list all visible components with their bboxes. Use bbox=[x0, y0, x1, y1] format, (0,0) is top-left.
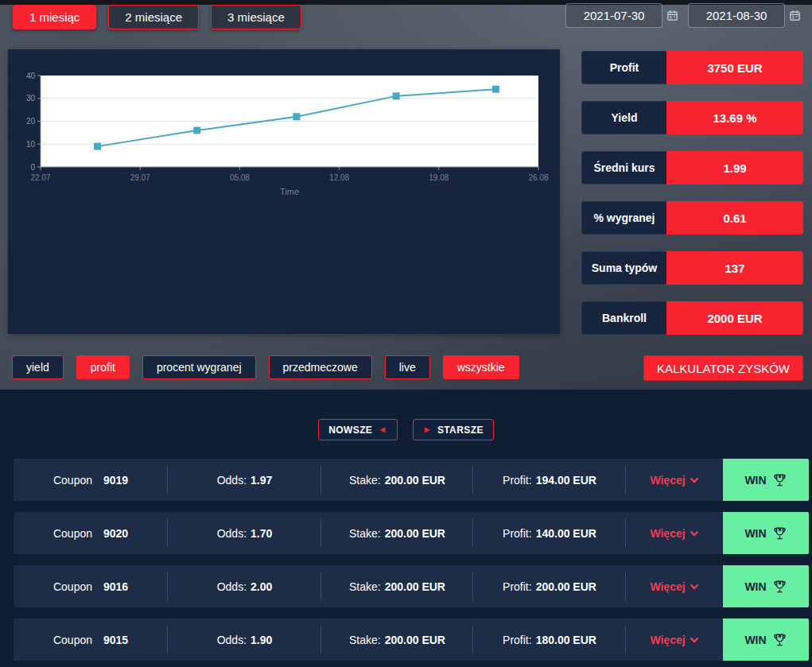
svg-text:30: 30 bbox=[26, 94, 36, 103]
result-badge: WIN bbox=[723, 459, 809, 501]
stake-label: Stake: bbox=[349, 527, 381, 540]
stat-label: Profit bbox=[581, 51, 666, 84]
stat-value: 2000 EUR bbox=[666, 301, 803, 335]
stat-row-avg-odds: Średni kurs 1.99 bbox=[581, 151, 803, 184]
coupon-label: Coupon bbox=[53, 634, 92, 646]
odds-value: 1.90 bbox=[251, 634, 272, 646]
chevron-down-icon bbox=[690, 584, 699, 590]
newer-button[interactable]: NOWSZE ◄ bbox=[318, 419, 397, 440]
result-badge: WIN bbox=[723, 512, 809, 554]
profit-value: 200.00 EUR bbox=[536, 580, 596, 593]
filter-yield[interactable]: yield bbox=[12, 355, 64, 379]
stake-cell: Stake:200.00 EUR bbox=[321, 512, 473, 554]
period-tabs: 1 miesiąc 2 miesiące 3 miesiące bbox=[13, 5, 301, 29]
older-button[interactable]: ► STARSZE bbox=[413, 419, 494, 440]
more-button[interactable]: Więcej bbox=[626, 459, 723, 501]
date-from-input[interactable]: 2021-07-30 bbox=[565, 3, 662, 28]
filter-profit[interactable]: profit bbox=[76, 355, 130, 379]
filter-all[interactable]: wszystkie bbox=[443, 355, 519, 379]
stat-row-win-pct: % wygranej 0.61 bbox=[581, 201, 803, 235]
stat-label: Średni kurs bbox=[581, 151, 666, 184]
stat-value: 3750 EUR bbox=[666, 51, 803, 84]
coupon-number: 9016 bbox=[103, 580, 128, 593]
profit-label: Profit: bbox=[503, 527, 532, 540]
coupon-label: Coupon bbox=[53, 474, 92, 487]
more-button[interactable]: Więcej bbox=[626, 619, 723, 661]
stat-label: Bankroll bbox=[581, 301, 666, 335]
win-label: WIN bbox=[744, 527, 766, 540]
more-button[interactable]: Więcej bbox=[626, 512, 723, 554]
more-label: Więcej bbox=[650, 634, 685, 646]
calendar-icon[interactable] bbox=[666, 10, 678, 21]
filter-buttons: yield profit procent wygranej przedmeczo… bbox=[12, 355, 519, 379]
trophy-icon bbox=[772, 579, 787, 594]
tab-1-month[interactable]: 1 miesiąc bbox=[13, 5, 96, 29]
svg-text:20: 20 bbox=[26, 117, 36, 126]
profit-cell: Profit:180.00 EUR bbox=[473, 619, 626, 661]
coupon-label: Coupon bbox=[53, 527, 92, 540]
trophy-icon bbox=[772, 525, 787, 541]
svg-text:Time: Time bbox=[280, 187, 299, 196]
coupon-row: Coupon 9016 Odds:2.00 Stake:200.00 EUR P… bbox=[14, 565, 809, 607]
odds-cell: Odds:2.00 bbox=[168, 565, 321, 607]
filter-live[interactable]: live bbox=[385, 355, 430, 379]
stat-value: 0.61 bbox=[666, 201, 803, 235]
odds-cell: Odds:1.90 bbox=[168, 619, 321, 661]
win-label: WIN bbox=[744, 580, 766, 593]
tab-3-months[interactable]: 3 miesiące bbox=[211, 5, 301, 29]
coupon-row: Coupon 9015 Odds:1.90 Stake:200.00 EUR P… bbox=[14, 619, 809, 661]
arrow-right-icon: ► bbox=[423, 425, 432, 434]
date-to-input[interactable]: 2021-08-30 bbox=[688, 3, 785, 28]
more-button[interactable]: Więcej bbox=[626, 565, 723, 607]
profit-value: 140.00 EUR bbox=[536, 527, 596, 540]
result-badge: WIN bbox=[723, 565, 809, 607]
pagination: NOWSZE ◄ ► STARSZE bbox=[0, 419, 812, 440]
stat-row-bankroll: Bankroll 2000 EUR bbox=[581, 301, 803, 335]
profit-line-chart: 01020304022.0729.0705.0812.0819.0826.08T… bbox=[8, 49, 560, 208]
svg-text:19.08: 19.08 bbox=[429, 173, 449, 182]
stake-cell: Stake:200.00 EUR bbox=[321, 619, 473, 661]
trophy-icon bbox=[772, 632, 787, 647]
svg-text:26.08: 26.08 bbox=[528, 173, 548, 182]
stat-value: 1.99 bbox=[666, 151, 803, 184]
coupons-section: NOWSZE ◄ ► STARSZE Coupon 9019 Odds:1.97… bbox=[0, 390, 812, 667]
filter-prematch[interactable]: przedmeczowe bbox=[269, 355, 372, 379]
chevron-down-icon bbox=[690, 477, 699, 483]
profit-value: 180.00 EUR bbox=[536, 634, 596, 646]
calendar-icon[interactable] bbox=[789, 10, 801, 21]
odds-value: 1.97 bbox=[251, 474, 272, 487]
stake-cell: Stake:200.00 EUR bbox=[321, 459, 473, 501]
stake-label: Stake: bbox=[349, 474, 381, 487]
stake-label: Stake: bbox=[349, 634, 381, 646]
newer-label: NOWSZE bbox=[328, 425, 372, 436]
odds-label: Odds: bbox=[217, 527, 247, 540]
profit-value: 194.00 EUR bbox=[536, 474, 596, 487]
odds-cell: Odds:1.70 bbox=[168, 512, 321, 554]
coupon-row: Coupon 9019 Odds:1.97 Stake:200.00 EUR P… bbox=[14, 459, 809, 501]
filter-win-percent[interactable]: procent wygranej bbox=[142, 355, 256, 379]
more-label: Więcej bbox=[650, 580, 685, 593]
stats-panel: Profit 3750 EUR Yield 13.69 % Średni kur… bbox=[581, 51, 803, 335]
stake-value: 200.00 EUR bbox=[385, 634, 445, 646]
win-label: WIN bbox=[744, 474, 766, 487]
more-label: Więcej bbox=[650, 474, 685, 487]
stake-label: Stake: bbox=[349, 580, 381, 593]
odds-cell: Odds:1.97 bbox=[168, 459, 321, 501]
win-label: WIN bbox=[744, 634, 766, 646]
profit-label: Profit: bbox=[503, 634, 532, 646]
chevron-down-icon bbox=[690, 530, 699, 537]
profit-calculator-button[interactable]: KALKULATOR ZYSKÓW bbox=[643, 355, 803, 381]
stat-value: 13.69 % bbox=[666, 101, 803, 134]
stat-label: Suma typów bbox=[581, 251, 666, 285]
odds-value: 1.70 bbox=[251, 527, 272, 540]
stat-label: % wygranej bbox=[581, 201, 666, 235]
coupon-id-cell: Coupon 9016 bbox=[14, 565, 168, 607]
date-to-group: 2021-08-30 bbox=[688, 3, 801, 28]
profit-cell: Profit:140.00 EUR bbox=[473, 512, 626, 554]
coupon-label: Coupon bbox=[53, 580, 92, 593]
coupon-id-cell: Coupon 9015 bbox=[14, 619, 168, 661]
chevron-down-icon bbox=[690, 637, 699, 643]
tab-2-months[interactable]: 2 miesiące bbox=[108, 5, 199, 29]
coupon-number: 9020 bbox=[103, 527, 128, 540]
odds-value: 2.00 bbox=[251, 580, 272, 593]
